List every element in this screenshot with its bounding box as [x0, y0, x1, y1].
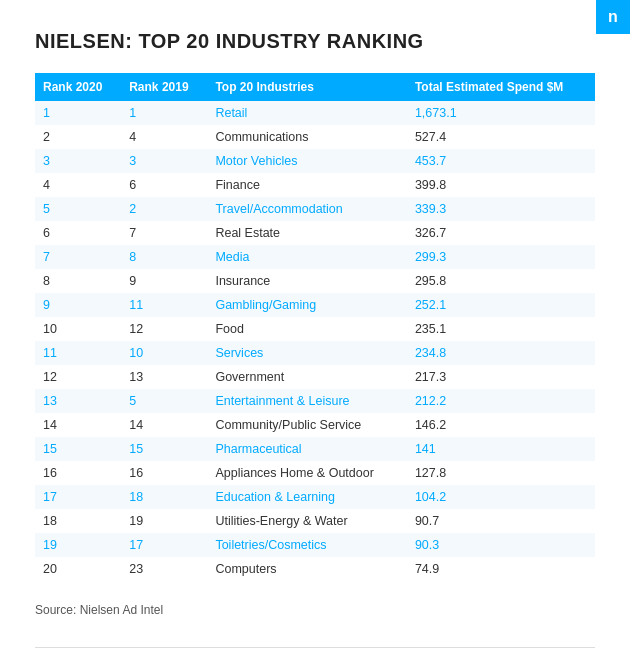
table-row: 1515Pharmaceutical141	[35, 437, 595, 461]
spend-cell: 74.9	[407, 557, 595, 581]
rank2020-cell: 14	[35, 413, 121, 437]
industry-cell: Community/Public Service	[207, 413, 406, 437]
page-title: NIELSEN: TOP 20 INDUSTRY RANKING	[35, 30, 595, 53]
industry-cell: Media	[207, 245, 406, 269]
spend-cell: 234.8	[407, 341, 595, 365]
rank2019-cell: 11	[121, 293, 207, 317]
rank2020-cell: 8	[35, 269, 121, 293]
industry-cell: Computers	[207, 557, 406, 581]
industry-cell: Communications	[207, 125, 406, 149]
table-body: 11Retail1,673.124Communications527.433Mo…	[35, 101, 595, 581]
table-row: 911Gambling/Gaming252.1	[35, 293, 595, 317]
rank2020-cell: 13	[35, 389, 121, 413]
table-row: 1917Toiletries/Cosmetics90.3	[35, 533, 595, 557]
rank2019-cell: 1	[121, 101, 207, 125]
rank2019-cell: 19	[121, 509, 207, 533]
ranking-table: Rank 2020 Rank 2019 Top 20 Industries To…	[35, 73, 595, 581]
spend-cell: 90.3	[407, 533, 595, 557]
rank2019-cell: 13	[121, 365, 207, 389]
source-note: Source: Nielsen Ad Intel	[35, 603, 595, 617]
rank2019-cell: 3	[121, 149, 207, 173]
spend-cell: 339.3	[407, 197, 595, 221]
rank2020-cell: 12	[35, 365, 121, 389]
spend-cell: 217.3	[407, 365, 595, 389]
spend-cell: 104.2	[407, 485, 595, 509]
rank2020-cell: 19	[35, 533, 121, 557]
rank2019-cell: 9	[121, 269, 207, 293]
industry-cell: Pharmaceutical	[207, 437, 406, 461]
rank2020-cell: 10	[35, 317, 121, 341]
industry-cell: Gambling/Gaming	[207, 293, 406, 317]
rank2019-cell: 14	[121, 413, 207, 437]
rank2020-cell: 2	[35, 125, 121, 149]
main-container: NIELSEN: TOP 20 INDUSTRY RANKING Rank 20…	[0, 0, 630, 648]
spend-cell: 146.2	[407, 413, 595, 437]
rank2020-cell: 15	[35, 437, 121, 461]
badge-symbol: n	[608, 8, 618, 26]
industry-cell: Utilities-Energy & Water	[207, 509, 406, 533]
industry-cell: Government	[207, 365, 406, 389]
col-spend: Total Estimated Spend $M	[407, 73, 595, 101]
table-row: 33Motor Vehicles453.7	[35, 149, 595, 173]
table-row: 1012Food235.1	[35, 317, 595, 341]
col-rank2019: Rank 2019	[121, 73, 207, 101]
industry-cell: Travel/Accommodation	[207, 197, 406, 221]
table-row: 89Insurance295.8	[35, 269, 595, 293]
nielsen-badge: n	[596, 0, 630, 34]
table-row: 2023Computers74.9	[35, 557, 595, 581]
table-row: 11Retail1,673.1	[35, 101, 595, 125]
industry-cell: Motor Vehicles	[207, 149, 406, 173]
industry-cell: Retail	[207, 101, 406, 125]
spend-cell: 299.3	[407, 245, 595, 269]
table-row: 52Travel/Accommodation339.3	[35, 197, 595, 221]
rank2019-cell: 6	[121, 173, 207, 197]
rank2019-cell: 10	[121, 341, 207, 365]
industry-cell: Insurance	[207, 269, 406, 293]
rank2020-cell: 18	[35, 509, 121, 533]
industry-cell: Education & Learning	[207, 485, 406, 509]
industry-cell: Appliances Home & Outdoor	[207, 461, 406, 485]
rank2020-cell: 20	[35, 557, 121, 581]
rank2019-cell: 17	[121, 533, 207, 557]
spend-cell: 252.1	[407, 293, 595, 317]
rank2020-cell: 9	[35, 293, 121, 317]
rank2020-cell: 11	[35, 341, 121, 365]
table-row: 46Finance399.8	[35, 173, 595, 197]
industry-cell: Toiletries/Cosmetics	[207, 533, 406, 557]
table-row: 1819Utilities-Energy & Water90.7	[35, 509, 595, 533]
spend-cell: 127.8	[407, 461, 595, 485]
industry-cell: Services	[207, 341, 406, 365]
col-industry: Top 20 Industries	[207, 73, 406, 101]
spend-cell: 527.4	[407, 125, 595, 149]
rank2019-cell: 18	[121, 485, 207, 509]
table-row: 1110Services234.8	[35, 341, 595, 365]
industry-cell: Entertainment & Leisure	[207, 389, 406, 413]
spend-cell: 399.8	[407, 173, 595, 197]
spend-cell: 235.1	[407, 317, 595, 341]
table-row: 1213Government217.3	[35, 365, 595, 389]
spend-cell: 295.8	[407, 269, 595, 293]
rank2020-cell: 1	[35, 101, 121, 125]
spend-cell: 453.7	[407, 149, 595, 173]
rank2020-cell: 4	[35, 173, 121, 197]
col-rank2020: Rank 2020	[35, 73, 121, 101]
table-row: 135Entertainment & Leisure212.2	[35, 389, 595, 413]
spend-cell: 1,673.1	[407, 101, 595, 125]
rank2019-cell: 5	[121, 389, 207, 413]
table-row: 67Real Estate326.7	[35, 221, 595, 245]
table-header-row: Rank 2020 Rank 2019 Top 20 Industries To…	[35, 73, 595, 101]
rank2019-cell: 16	[121, 461, 207, 485]
rank2020-cell: 6	[35, 221, 121, 245]
industry-cell: Real Estate	[207, 221, 406, 245]
table-row: 78Media299.3	[35, 245, 595, 269]
rank2019-cell: 15	[121, 437, 207, 461]
table-row: 1718Education & Learning104.2	[35, 485, 595, 509]
rank2019-cell: 7	[121, 221, 207, 245]
industry-cell: Finance	[207, 173, 406, 197]
industry-cell: Food	[207, 317, 406, 341]
rank2019-cell: 8	[121, 245, 207, 269]
rank2020-cell: 17	[35, 485, 121, 509]
rank2020-cell: 16	[35, 461, 121, 485]
rank2020-cell: 7	[35, 245, 121, 269]
rank2019-cell: 4	[121, 125, 207, 149]
